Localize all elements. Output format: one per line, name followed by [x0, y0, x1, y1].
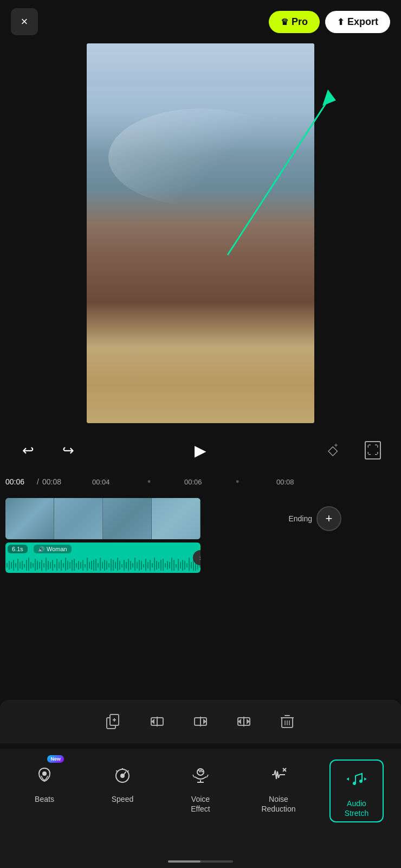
svg-marker-134	[347, 777, 349, 781]
add-clip-button[interactable]: +	[316, 506, 341, 531]
export-label: Export	[347, 16, 378, 28]
current-time: 00:06	[5, 477, 24, 486]
svg-rect-53	[117, 558, 118, 571]
split-end-button[interactable]	[187, 708, 214, 735]
svg-rect-62	[137, 562, 138, 569]
time-marker-3: 00:08	[276, 478, 294, 486]
svg-point-132	[359, 780, 363, 783]
split-start-button[interactable]	[144, 708, 171, 735]
svg-rect-79	[173, 560, 174, 571]
split-button[interactable]	[230, 708, 257, 735]
svg-rect-70	[154, 558, 155, 571]
svg-rect-32	[72, 560, 73, 571]
speed-menu-item[interactable]: Speed	[95, 760, 150, 804]
svg-rect-78	[171, 558, 172, 571]
new-badge: New	[47, 755, 64, 763]
svg-rect-11	[26, 560, 27, 571]
music-icon: 🔊	[38, 546, 44, 552]
svg-rect-41	[91, 561, 92, 570]
play-icon: ▶	[195, 442, 206, 459]
waveform	[5, 556, 200, 571]
svg-rect-28	[63, 563, 64, 567]
svg-rect-13	[30, 562, 31, 569]
svg-rect-16	[37, 561, 38, 570]
right-controls: ◇ + ⛶	[321, 438, 385, 462]
svg-rect-17	[39, 562, 40, 569]
fullscreen-button[interactable]: ⛶	[361, 438, 385, 462]
svg-rect-80	[176, 564, 177, 567]
svg-rect-57	[126, 562, 127, 569]
svg-rect-22	[50, 562, 51, 569]
video-segment-3	[103, 498, 152, 539]
delete-button[interactable]	[274, 708, 301, 735]
scrollbar-thumb[interactable]	[168, 860, 200, 863]
svg-rect-25	[56, 559, 57, 571]
svg-rect-76	[167, 561, 168, 570]
svg-rect-50	[111, 559, 112, 571]
left-controls: ↩ ↪	[16, 438, 80, 462]
svg-rect-51	[113, 560, 114, 571]
svg-rect-64	[141, 561, 142, 570]
play-button[interactable]: ▶	[184, 434, 217, 467]
audio-stretch-icon	[341, 764, 372, 794]
video-strip[interactable]	[5, 498, 200, 539]
time-separator: /	[37, 477, 39, 486]
svg-rect-75	[165, 563, 166, 567]
noise-reduction-menu-item[interactable]: NoiseReduction	[251, 760, 306, 814]
svg-rect-82	[180, 562, 181, 569]
audio-duration-badge: 6.1s	[8, 545, 28, 553]
undo-button[interactable]: ↩	[16, 438, 40, 462]
close-icon: ×	[21, 15, 28, 29]
svg-rect-42	[93, 560, 94, 571]
video-track: Ending +	[5, 497, 396, 540]
beats-menu-item[interactable]: New Beats	[17, 760, 72, 804]
audio-duration: 6.1s	[12, 546, 23, 552]
scrollbar-track	[168, 860, 233, 863]
svg-rect-81	[178, 559, 179, 571]
svg-rect-30	[67, 561, 68, 570]
svg-rect-2	[7, 563, 8, 567]
redo-button[interactable]: ↪	[56, 438, 80, 462]
audio-strip[interactable]: 6.1s 🔊 Woman	[5, 542, 200, 573]
svg-rect-45	[100, 558, 101, 571]
redo-icon: ↪	[62, 442, 74, 459]
black-region	[202, 498, 299, 539]
svg-rect-15	[35, 559, 36, 571]
svg-rect-12	[28, 558, 29, 571]
svg-rect-7	[17, 559, 18, 571]
svg-rect-63	[139, 560, 140, 571]
svg-rect-4	[11, 562, 12, 569]
audio-source-label: Woman	[47, 546, 67, 552]
video-preview	[87, 43, 314, 423]
keyframe-button[interactable]: ◇ +	[321, 438, 345, 462]
svg-rect-24	[54, 564, 55, 567]
total-time: 00:08	[42, 477, 61, 486]
time-marker-2: 00:06	[184, 478, 202, 486]
svg-marker-1	[322, 90, 336, 106]
close-button[interactable]: ×	[11, 8, 38, 35]
audio-stretch-menu-item[interactable]: AudioStretch	[329, 760, 384, 822]
export-button[interactable]: ⬆ Export	[325, 11, 390, 33]
svg-rect-58	[128, 559, 129, 571]
svg-rect-61	[134, 558, 135, 571]
svg-rect-55	[121, 564, 122, 567]
copy-tool-button[interactable]	[100, 708, 127, 735]
svg-line-116	[116, 771, 117, 771]
svg-point-112	[42, 771, 47, 776]
svg-rect-21	[48, 561, 49, 570]
svg-point-119	[197, 769, 204, 775]
svg-rect-29	[65, 558, 66, 571]
svg-rect-20	[46, 558, 47, 571]
svg-rect-8	[20, 562, 21, 569]
svg-rect-72	[158, 562, 159, 569]
svg-rect-69	[152, 563, 153, 567]
voice-effect-menu-item[interactable]: VoiceEffect	[173, 760, 228, 814]
svg-rect-31	[69, 562, 70, 569]
svg-rect-52	[115, 562, 116, 569]
ending-label: Ending	[288, 514, 312, 523]
time-dot-1: •	[147, 476, 151, 488]
beats-icon: New	[29, 760, 60, 790]
svg-marker-136	[364, 777, 366, 781]
noise-reduction-icon	[263, 760, 294, 790]
pro-button[interactable]: ♛ Pro	[269, 11, 320, 33]
